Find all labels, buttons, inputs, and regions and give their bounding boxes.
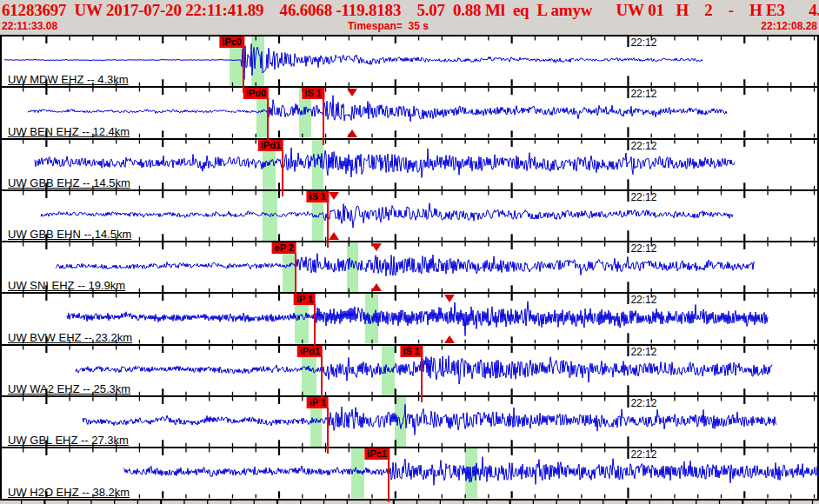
arrival-marker-bottom-icon xyxy=(347,129,357,137)
time-label: 22:12 xyxy=(630,141,656,151)
station-label: UW WA2 EHZ -- 25.3km xyxy=(8,383,130,395)
pick-line[interactable] xyxy=(282,150,283,196)
seismogram-waveform xyxy=(35,148,735,178)
trace-row-wa2-ehz[interactable]: iPd1iS 122:12UW WA2 EHZ -- 25.3km xyxy=(2,344,817,395)
pick-label[interactable]: iP 1 xyxy=(294,294,316,305)
station-label: UW BEN EHZ -- 12.4km xyxy=(8,126,130,137)
pick-line[interactable] xyxy=(323,98,324,144)
pick-line[interactable] xyxy=(295,253,296,299)
pick-label[interactable]: eP 2 xyxy=(272,242,296,254)
trace-row-ben-ehz[interactable]: iPd0iS 122:12UW BEN EHZ -- 12.4km xyxy=(2,86,817,137)
trace-row-gbl-ehz[interactable]: iP 122:12UW GBL EHZ -- 27.3km xyxy=(2,395,817,447)
arrival-marker-top-icon xyxy=(444,295,455,302)
seismogram-waveform xyxy=(56,254,755,276)
pick-label[interactable]: iPd0 xyxy=(243,88,269,99)
window-start-time: 22:11:33.08 xyxy=(2,20,57,32)
pick-line[interactable] xyxy=(388,459,390,501)
station-label: UW H2O EHZ -- 38.2km xyxy=(8,487,130,498)
time-label: 22:12 xyxy=(630,449,656,460)
seismogram-waveform xyxy=(67,302,768,336)
trace-panel: iPc022:12UW MDW EHZ -- 4.3kmiPd0iS 122:1… xyxy=(0,35,819,501)
pick-label[interactable]: iPd1 xyxy=(297,346,323,357)
pick-line[interactable] xyxy=(421,356,423,402)
seismogram-viewer: { "header": { "line1": "61283697 UW 2017… xyxy=(0,0,819,504)
pick-label[interactable]: iS 1 xyxy=(302,88,324,99)
trace-row-sni-ehz[interactable]: eP 222:12UW SNI EHZ -- 19.9km xyxy=(2,241,817,292)
pick-label[interactable]: iP 1 xyxy=(307,397,329,408)
seismogram-waveform xyxy=(83,404,776,434)
station-label: UW SNI EHZ -- 19.9km xyxy=(8,280,125,291)
event-summary-line: 61283697 UW 2017-07-20 22:11:41.89 46.60… xyxy=(2,1,819,18)
pick-label[interactable]: iPc1 xyxy=(364,448,390,460)
arrival-marker-bottom-icon xyxy=(444,335,455,343)
trace-row-bvw-ehz[interactable]: iP 122:12UW BVW EHZ -- 23.2km xyxy=(2,292,817,343)
pick-line[interactable] xyxy=(327,202,329,248)
station-label: UW GBL EHZ -- 27.3km xyxy=(8,434,129,446)
pick-line[interactable] xyxy=(314,304,316,350)
bottom-tick-strip xyxy=(0,501,819,504)
timespan-label: Timespan= 35 s xyxy=(348,20,429,32)
pick-label[interactable]: iPd1 xyxy=(258,140,283,151)
time-label: 22:12 xyxy=(630,295,656,305)
pick-line[interactable] xyxy=(243,47,244,93)
seismogram-waveform xyxy=(41,203,733,229)
arrival-marker-top-icon xyxy=(347,89,357,96)
arrival-marker-top-icon xyxy=(371,243,382,251)
seismogram-waveform xyxy=(76,355,772,384)
arrival-marker-bottom-icon xyxy=(329,232,339,240)
station-label: UW GBB EHN -- 14.5km xyxy=(8,229,131,240)
pick-label[interactable]: iS 1 xyxy=(400,346,423,357)
station-label: UW BVW EHZ -- 23.2km xyxy=(8,332,132,343)
time-label: 22:12 xyxy=(630,347,656,357)
trace-row-gbb-ehz[interactable]: iPd122:12UW GBB EHZ -- 14.5km xyxy=(2,138,817,189)
time-label: 22:12 xyxy=(630,243,656,254)
pick-uncertainty-band xyxy=(395,397,406,447)
pick-line[interactable] xyxy=(267,98,269,144)
trace-row-mdw-ehz[interactable]: iPc022:12UW MDW EHZ -- 4.3km xyxy=(2,35,817,86)
trace-row-h2o-ehz[interactable]: iPc122:12UW H2O EHZ -- 38.2km xyxy=(2,447,817,498)
time-label: 22:12 xyxy=(630,192,656,202)
station-label: UW GBB EHZ -- 14.5km xyxy=(8,177,130,189)
time-label: 22:12 xyxy=(630,37,656,48)
station-label: UW MDW EHZ -- 4.3km xyxy=(8,74,129,85)
time-label: 22:12 xyxy=(630,89,656,99)
trace-row-gbb-ehn[interactable]: iS 122:12UW GBB EHN -- 14.5km xyxy=(2,189,817,241)
pick-line[interactable] xyxy=(321,356,323,402)
time-label: 22:12 xyxy=(630,398,656,408)
arrival-marker-bottom-icon xyxy=(371,283,382,291)
pick-label[interactable]: iPc0 xyxy=(219,36,244,48)
pick-line[interactable] xyxy=(327,408,329,454)
seismogram-waveform xyxy=(28,96,727,122)
pick-label[interactable]: iS 1 xyxy=(306,191,329,202)
arrival-marker-top-icon xyxy=(329,192,339,200)
window-end-time: 22:12:08.28 xyxy=(761,20,817,32)
